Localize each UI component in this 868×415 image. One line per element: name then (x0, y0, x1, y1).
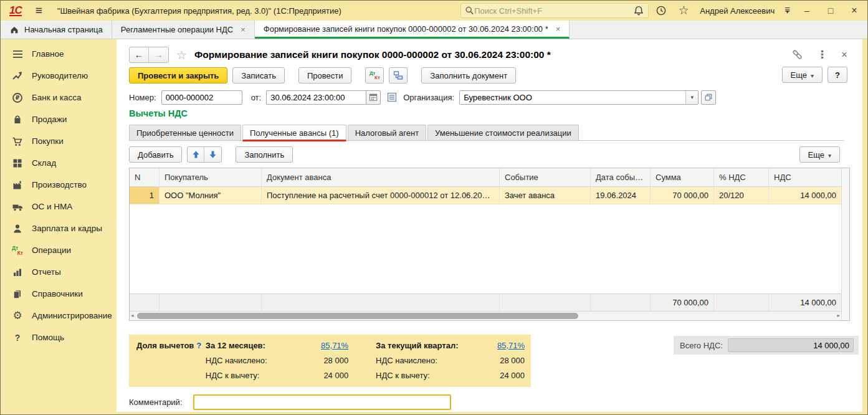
notifications-bell-icon[interactable] (632, 4, 645, 17)
global-search[interactable] (460, 3, 649, 18)
sidebar-item-main[interactable]: Главное (1, 43, 117, 65)
move-up-button[interactable] (188, 147, 204, 162)
close-tab-icon[interactable]: × (241, 25, 246, 34)
show-postings-dtkt-button[interactable]: Дт Кт (365, 67, 384, 83)
table-more-button[interactable]: Еще▾ (799, 146, 840, 163)
organization-field[interactable] (460, 91, 685, 104)
minimize-button[interactable]: – (800, 6, 814, 16)
sidebar-item-manager[interactable]: Руководителю (1, 65, 117, 87)
col-vat-rate[interactable]: % НДС (714, 168, 769, 186)
document-structure-button[interactable] (389, 67, 408, 83)
sidebar-item-operations[interactable]: Дт Кт Операции (1, 239, 117, 261)
percent-quarter-link[interactable]: 85,71% (472, 341, 525, 350)
close-window-button[interactable]: × (847, 5, 861, 16)
bar-chart-icon (11, 267, 24, 278)
sidebar-item-warehouse[interactable]: Склад (1, 152, 117, 174)
sidebar-item-payroll-hr[interactable]: Зарплата и кадры (1, 217, 117, 239)
vertical-scrollbar[interactable] (841, 168, 849, 320)
more-button[interactable]: Еще▾ (782, 67, 823, 83)
service-menu-icon[interactable]: ≡ ▾ (785, 7, 790, 14)
add-favorite-star-icon[interactable]: ☆ (176, 48, 187, 62)
fill-document-button[interactable]: Заполнить документ (421, 67, 516, 83)
percent-12m-link[interactable]: 85,71% (296, 341, 348, 350)
post-and-close-button[interactable]: Провести и закрыть (129, 67, 227, 83)
open-form-icon (704, 93, 713, 102)
cell-n[interactable]: 1 (130, 187, 160, 204)
col-event-date[interactable]: Дата события (591, 168, 651, 186)
sidebar-item-reports[interactable]: Отчеты (1, 261, 117, 283)
col-advance-doc[interactable]: Документ аванса (262, 168, 500, 186)
tab-received-advances[interactable]: Полученные авансы (1) (242, 125, 346, 141)
sidebar-item-purchases[interactable]: Покупки (1, 130, 117, 152)
cell-buyer[interactable]: ООО "Молния" (160, 187, 262, 204)
cell-advance-doc[interactable]: Поступление на расчетный счет 0000-00001… (262, 187, 500, 204)
shopping-cart-icon (11, 136, 24, 147)
number-field[interactable] (161, 90, 242, 105)
help-button[interactable]: ? (827, 67, 847, 83)
arrow-up-icon (192, 150, 200, 159)
close-tab-icon[interactable]: × (556, 24, 561, 34)
cell-event-date[interactable]: 19.06.2024 (591, 187, 651, 204)
post-button[interactable]: Провести (298, 67, 352, 83)
combo-dropdown-icon[interactable]: ▾ (685, 91, 698, 104)
favorites-star-icon[interactable]: ☆ (677, 4, 690, 17)
comment-label: Комментарий: (129, 398, 183, 407)
forward-button[interactable]: → (149, 47, 168, 62)
section-title-vat-deductions: Вычеты НДС (129, 108, 188, 118)
add-row-button[interactable]: Добавить (129, 146, 182, 163)
move-down-button[interactable] (204, 147, 221, 162)
horizontal-scrollbar[interactable]: ◂ ▸ (130, 311, 841, 320)
horizontal-scroll-thumb[interactable] (137, 313, 578, 319)
get-link-icon[interactable] (791, 49, 803, 60)
document-list-icon[interactable] (387, 92, 397, 102)
date-field[interactable] (266, 90, 366, 105)
table-row[interactable]: 1 ООО "Молния" Поступление на расчетный … (130, 187, 841, 204)
sidebar-item-sales[interactable]: Продажи (1, 108, 117, 130)
comment-field[interactable] (193, 394, 451, 410)
current-user[interactable]: Андрей Алексеевич (700, 6, 775, 16)
hamburger-menu-icon[interactable]: ≡ (36, 6, 42, 15)
document-title: Формирование записей книги покупок 0000-… (194, 49, 551, 60)
scroll-left-icon[interactable]: ◂ (131, 312, 134, 318)
cell-vat[interactable]: 14 000,00 (769, 187, 841, 204)
sidebar-item-help[interactable]: ? Помощь (1, 327, 117, 348)
col-n[interactable]: N (130, 168, 160, 186)
col-vat[interactable]: НДС (769, 168, 841, 186)
open-organization-button[interactable] (701, 90, 716, 105)
more-dots-icon[interactable]: ⋮ (817, 48, 827, 61)
table-totals-row: 70 000,00 14 000,00 (130, 293, 841, 311)
col-sum[interactable]: Сумма (651, 168, 714, 186)
vat-accrued-value: 28 000 (472, 356, 525, 365)
tab-acquired-values[interactable]: Приобретенные ценности (129, 125, 241, 140)
sidebar-item-directories[interactable]: Справочники (1, 283, 117, 305)
scroll-right-icon[interactable]: ▸ (837, 312, 840, 318)
truck-icon (11, 201, 24, 212)
organization-combo[interactable]: ▾ (459, 90, 699, 105)
chevron-down-icon: ▾ (828, 152, 831, 159)
tab-vat-operations[interactable]: Регламентные операции НДС × (112, 21, 255, 39)
sidebar-item-production[interactable]: Производство (1, 174, 117, 196)
col-buyer[interactable]: Покупатель (160, 168, 262, 186)
sidebar-item-bank-cash[interactable]: ₽ Банк и касса (1, 87, 117, 108)
cell-event[interactable]: Зачет аванса (500, 187, 591, 204)
fill-table-button[interactable]: Заполнить (236, 146, 293, 163)
close-form-icon[interactable]: × (841, 49, 847, 61)
col-event[interactable]: Событие (500, 168, 591, 186)
calendar-button[interactable] (366, 90, 381, 105)
svg-text:₽: ₽ (16, 94, 20, 101)
cell-vat-rate[interactable]: 20/120 (714, 187, 769, 204)
cell-sum[interactable]: 70 000,00 (651, 187, 714, 204)
history-clock-icon[interactable] (655, 4, 667, 17)
search-input[interactable] (474, 6, 644, 16)
maximize-button[interactable]: □ (824, 6, 837, 16)
tab-home[interactable]: Начальная страница (1, 21, 112, 39)
tab-tax-agent[interactable]: Налоговый агент (348, 125, 426, 140)
sidebar-item-administration[interactable]: ⚙ Администрирование (1, 305, 117, 327)
help-question-icon[interactable]: ? (196, 341, 201, 350)
back-button[interactable]: ← (130, 47, 149, 62)
total-vat-value: 14 000,00 (728, 338, 854, 352)
tab-sales-cost-reduction[interactable]: Уменьшение стоимости реализации (427, 125, 579, 140)
tab-purchase-book-active[interactable]: Формирование записей книги покупок 0000-… (255, 21, 570, 39)
save-button[interactable]: Записать (232, 67, 285, 83)
sidebar-item-fixed-assets[interactable]: ОС и НМА (1, 196, 117, 217)
